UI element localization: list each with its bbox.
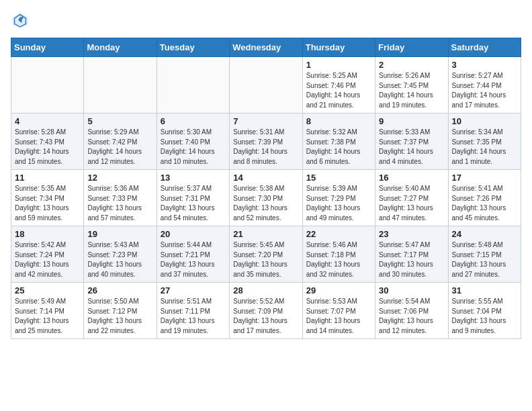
day-number: 28 (233, 285, 298, 295)
calendar-cell: 29Sunrise: 5:53 AM Sunset: 7:07 PM Dayli… (302, 283, 375, 339)
calendar-cell: 3Sunrise: 5:27 AM Sunset: 7:44 PM Daylig… (448, 57, 521, 113)
day-info: Sunrise: 5:51 AM Sunset: 7:11 PM Dayligh… (161, 297, 226, 336)
calendar-cell: 23Sunrise: 5:47 AM Sunset: 7:17 PM Dayli… (375, 226, 448, 283)
day-number: 16 (379, 173, 444, 183)
day-number: 27 (161, 285, 226, 295)
calendar-cell: 25Sunrise: 5:49 AM Sunset: 7:14 PM Dayli… (11, 283, 84, 339)
calendar-cell (157, 57, 229, 113)
day-number: 4 (15, 116, 80, 126)
weekday-header-friday: Friday (375, 38, 448, 57)
day-info: Sunrise: 5:36 AM Sunset: 7:33 PM Dayligh… (87, 184, 152, 223)
calendar-cell: 7Sunrise: 5:31 AM Sunset: 7:39 PM Daylig… (230, 113, 302, 170)
day-number: 21 (233, 229, 298, 239)
day-info: Sunrise: 5:37 AM Sunset: 7:31 PM Dayligh… (161, 184, 226, 223)
day-number: 14 (233, 173, 298, 183)
day-info: Sunrise: 5:32 AM Sunset: 7:38 PM Dayligh… (306, 128, 371, 167)
day-info: Sunrise: 5:42 AM Sunset: 7:24 PM Dayligh… (15, 240, 80, 279)
calendar-cell: 27Sunrise: 5:51 AM Sunset: 7:11 PM Dayli… (157, 283, 229, 339)
page-header (11, 11, 521, 30)
day-number: 10 (452, 116, 517, 126)
day-info: Sunrise: 5:35 AM Sunset: 7:34 PM Dayligh… (15, 184, 80, 223)
calendar-week-1: 1Sunrise: 5:25 AM Sunset: 7:46 PM Daylig… (11, 57, 521, 113)
day-number: 18 (15, 229, 80, 239)
calendar-week-5: 25Sunrise: 5:49 AM Sunset: 7:14 PM Dayli… (11, 283, 521, 339)
day-info: Sunrise: 5:55 AM Sunset: 7:04 PM Dayligh… (452, 297, 517, 336)
calendar-cell: 28Sunrise: 5:52 AM Sunset: 7:09 PM Dayli… (230, 283, 302, 339)
day-number: 12 (87, 173, 152, 183)
calendar-cell: 9Sunrise: 5:33 AM Sunset: 7:37 PM Daylig… (375, 113, 448, 170)
calendar-cell: 1Sunrise: 5:25 AM Sunset: 7:46 PM Daylig… (302, 57, 375, 113)
calendar-cell: 2Sunrise: 5:26 AM Sunset: 7:45 PM Daylig… (375, 57, 448, 113)
weekday-header-wednesday: Wednesday (230, 38, 302, 57)
calendar-cell: 6Sunrise: 5:30 AM Sunset: 7:40 PM Daylig… (157, 113, 229, 170)
calendar-cell (230, 57, 302, 113)
weekday-header-row: SundayMondayTuesdayWednesdayThursdayFrid… (11, 38, 521, 57)
day-info: Sunrise: 5:44 AM Sunset: 7:21 PM Dayligh… (161, 240, 226, 279)
calendar-cell: 31Sunrise: 5:55 AM Sunset: 7:04 PM Dayli… (448, 283, 521, 339)
calendar-cell: 4Sunrise: 5:28 AM Sunset: 7:43 PM Daylig… (11, 113, 84, 170)
day-info: Sunrise: 5:49 AM Sunset: 7:14 PM Dayligh… (15, 297, 80, 336)
calendar-cell: 10Sunrise: 5:34 AM Sunset: 7:35 PM Dayli… (448, 113, 521, 170)
day-number: 19 (87, 229, 152, 239)
weekday-header-tuesday: Tuesday (157, 38, 229, 57)
day-info: Sunrise: 5:30 AM Sunset: 7:40 PM Dayligh… (161, 128, 226, 167)
calendar-cell: 14Sunrise: 5:38 AM Sunset: 7:30 PM Dayli… (230, 170, 302, 226)
day-info: Sunrise: 5:45 AM Sunset: 7:20 PM Dayligh… (233, 240, 298, 279)
calendar-cell (84, 57, 157, 113)
day-number: 24 (452, 229, 517, 239)
day-number: 8 (306, 116, 371, 126)
weekday-header-thursday: Thursday (302, 38, 375, 57)
calendar-cell: 19Sunrise: 5:43 AM Sunset: 7:23 PM Dayli… (84, 226, 157, 283)
day-number: 22 (306, 229, 371, 239)
day-number: 20 (161, 229, 226, 239)
day-number: 7 (233, 116, 298, 126)
day-info: Sunrise: 5:38 AM Sunset: 7:30 PM Dayligh… (233, 184, 298, 223)
calendar-table: SundayMondayTuesdayWednesdayThursdayFrid… (11, 38, 521, 339)
day-info: Sunrise: 5:47 AM Sunset: 7:17 PM Dayligh… (379, 240, 444, 279)
calendar-week-4: 18Sunrise: 5:42 AM Sunset: 7:24 PM Dayli… (11, 226, 521, 283)
day-number: 17 (452, 173, 517, 183)
calendar-cell: 12Sunrise: 5:36 AM Sunset: 7:33 PM Dayli… (84, 170, 157, 226)
calendar-week-3: 11Sunrise: 5:35 AM Sunset: 7:34 PM Dayli… (11, 170, 521, 226)
day-number: 30 (379, 285, 444, 295)
day-number: 9 (379, 116, 444, 126)
day-number: 2 (379, 60, 444, 70)
day-number: 26 (87, 285, 152, 295)
weekday-header-monday: Monday (84, 38, 157, 57)
calendar-cell: 5Sunrise: 5:29 AM Sunset: 7:42 PM Daylig… (84, 113, 157, 170)
day-info: Sunrise: 5:39 AM Sunset: 7:29 PM Dayligh… (306, 184, 371, 223)
calendar-cell: 22Sunrise: 5:46 AM Sunset: 7:18 PM Dayli… (302, 226, 375, 283)
day-info: Sunrise: 5:25 AM Sunset: 7:46 PM Dayligh… (306, 71, 371, 110)
day-number: 15 (306, 173, 371, 183)
calendar-cell: 13Sunrise: 5:37 AM Sunset: 7:31 PM Dayli… (157, 170, 229, 226)
day-number: 23 (379, 229, 444, 239)
day-number: 29 (306, 285, 371, 295)
day-number: 3 (452, 60, 517, 70)
logo (11, 11, 32, 30)
calendar-cell: 17Sunrise: 5:41 AM Sunset: 7:26 PM Dayli… (448, 170, 521, 226)
day-info: Sunrise: 5:40 AM Sunset: 7:27 PM Dayligh… (379, 184, 444, 223)
calendar-cell: 30Sunrise: 5:54 AM Sunset: 7:06 PM Dayli… (375, 283, 448, 339)
day-number: 11 (15, 173, 80, 183)
day-info: Sunrise: 5:31 AM Sunset: 7:39 PM Dayligh… (233, 128, 298, 167)
day-number: 5 (87, 116, 152, 126)
logo-icon (11, 11, 30, 30)
calendar-cell: 15Sunrise: 5:39 AM Sunset: 7:29 PM Dayli… (302, 170, 375, 226)
calendar-cell (11, 57, 84, 113)
calendar-cell: 18Sunrise: 5:42 AM Sunset: 7:24 PM Dayli… (11, 226, 84, 283)
calendar-week-2: 4Sunrise: 5:28 AM Sunset: 7:43 PM Daylig… (11, 113, 521, 170)
day-info: Sunrise: 5:54 AM Sunset: 7:06 PM Dayligh… (379, 297, 444, 336)
calendar-cell: 16Sunrise: 5:40 AM Sunset: 7:27 PM Dayli… (375, 170, 448, 226)
weekday-header-sunday: Sunday (11, 38, 84, 57)
day-info: Sunrise: 5:48 AM Sunset: 7:15 PM Dayligh… (452, 240, 517, 279)
day-info: Sunrise: 5:50 AM Sunset: 7:12 PM Dayligh… (87, 297, 152, 336)
day-number: 31 (452, 285, 517, 295)
calendar-cell: 26Sunrise: 5:50 AM Sunset: 7:12 PM Dayli… (84, 283, 157, 339)
day-info: Sunrise: 5:26 AM Sunset: 7:45 PM Dayligh… (379, 71, 444, 110)
day-info: Sunrise: 5:41 AM Sunset: 7:26 PM Dayligh… (452, 184, 517, 223)
calendar-cell: 24Sunrise: 5:48 AM Sunset: 7:15 PM Dayli… (448, 226, 521, 283)
day-info: Sunrise: 5:52 AM Sunset: 7:09 PM Dayligh… (233, 297, 298, 336)
calendar-cell: 20Sunrise: 5:44 AM Sunset: 7:21 PM Dayli… (157, 226, 229, 283)
day-info: Sunrise: 5:33 AM Sunset: 7:37 PM Dayligh… (379, 128, 444, 167)
day-info: Sunrise: 5:53 AM Sunset: 7:07 PM Dayligh… (306, 297, 371, 336)
